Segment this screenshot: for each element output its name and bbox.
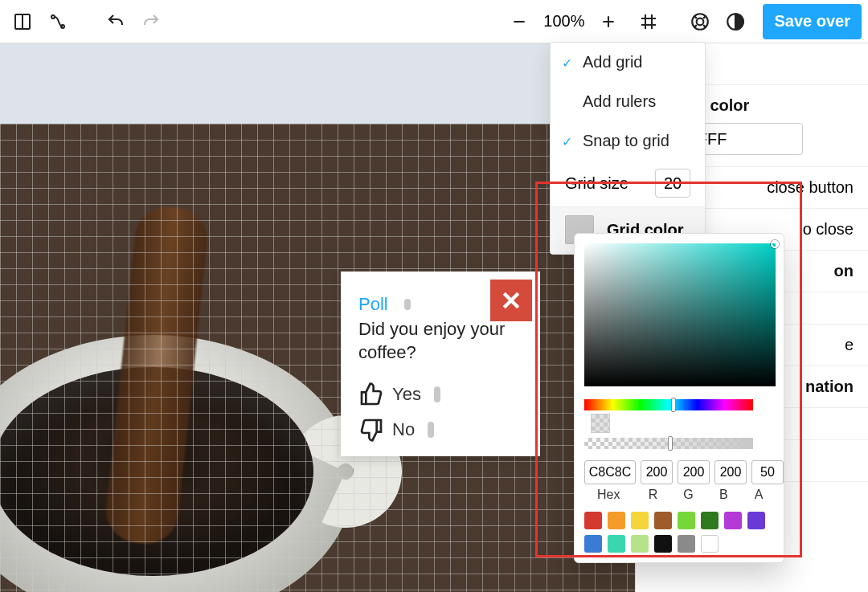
contrast-icon (725, 11, 746, 32)
color-swatch[interactable] (608, 512, 625, 529)
poll-question: Did you enjoy your coffee? (358, 318, 522, 364)
section-e: e (845, 336, 854, 353)
poll-close-button[interactable] (490, 280, 532, 321)
menu-add-grid-label: Add grid (583, 53, 643, 71)
undo-icon (106, 12, 125, 31)
hue-thumb[interactable] (671, 398, 676, 412)
g-label: G (673, 488, 703, 502)
grid-size-label: Grid size (565, 174, 628, 193)
menu-grid-size: Grid size (551, 161, 705, 206)
b-label: B (708, 488, 739, 502)
color-swatch[interactable] (747, 512, 765, 529)
zoom-in-button[interactable] (592, 6, 624, 38)
poll-no-label: No (392, 419, 415, 440)
poll-indicator (404, 299, 411, 310)
saturation-value-area[interactable] (584, 243, 776, 386)
grid-button[interactable] (633, 6, 665, 38)
top-toolbar: 100% Save over (0, 0, 868, 43)
section-nation: nation (805, 378, 854, 395)
to-close-label: o close (803, 220, 854, 238)
grid-menu: ✓ Add grid Add rulers ✓ Snap to grid Gri… (550, 42, 706, 255)
grid-icon (639, 12, 658, 31)
svg-point-4 (697, 18, 704, 25)
save-button[interactable]: Save over (763, 4, 862, 39)
color-swatch[interactable] (654, 535, 672, 553)
hue-slider[interactable] (584, 399, 753, 410)
undo-button[interactable] (100, 6, 132, 38)
svg-point-1 (51, 15, 55, 18)
a-label: A (743, 488, 774, 502)
menu-add-rulers-label: Add rulers (583, 92, 656, 110)
color-swatch[interactable] (584, 535, 602, 553)
zoom-level: 100% (543, 12, 584, 31)
contrast-button[interactable] (719, 6, 751, 38)
color-swatch[interactable] (608, 535, 625, 553)
poll-option-no[interactable]: No (358, 417, 522, 443)
check-icon: ✓ (562, 134, 572, 149)
minus-icon (511, 14, 527, 30)
redo-button[interactable] (135, 6, 167, 38)
thumbs-up-icon (358, 382, 384, 407)
zoom-out-button[interactable] (503, 6, 535, 38)
color-swatch[interactable] (584, 512, 602, 529)
poll-title: Poll (358, 294, 388, 315)
poll-yes-label: Yes (392, 384, 421, 405)
lifebuoy-icon (690, 11, 710, 32)
close-button-label: close button (767, 178, 854, 196)
hex-input[interactable] (584, 460, 636, 484)
thumbs-down-icon (358, 417, 384, 443)
color-picker: Hex R G B A (574, 233, 784, 563)
color-swatch[interactable] (678, 512, 695, 529)
layout-panel-icon (13, 12, 32, 31)
color-swatch[interactable] (701, 512, 719, 529)
color-swatch[interactable] (678, 535, 695, 553)
zoom-controls: 100% (503, 6, 665, 38)
redo-icon (141, 12, 161, 31)
color-swatch[interactable] (724, 512, 742, 529)
layout-panel-button[interactable] (6, 6, 39, 38)
plus-icon (600, 14, 616, 30)
poll-widget[interactable]: Poll Did you enjoy your coffee? Yes No (341, 272, 540, 456)
swatch-row-1 (584, 512, 774, 529)
canvas-stage[interactable]: Poll Did you enjoy your coffee? Yes No (0, 124, 635, 592)
alpha-slider[interactable] (584, 438, 753, 449)
sv-cursor[interactable] (771, 240, 779, 248)
alpha-thumb[interactable] (668, 436, 673, 451)
color-swatch[interactable] (631, 535, 649, 553)
r-input[interactable] (641, 460, 673, 484)
menu-snap-to-grid[interactable]: ✓ Snap to grid (551, 121, 705, 161)
check-icon: ✓ (562, 55, 572, 71)
poll-option-yes[interactable]: Yes (358, 382, 522, 407)
a-input[interactable] (751, 460, 784, 484)
menu-snap-label: Snap to grid (583, 132, 669, 149)
poll-no-bar (428, 422, 434, 438)
hex-label: Hex (584, 488, 633, 502)
g-input[interactable] (678, 460, 710, 484)
r-label: R (638, 488, 669, 502)
help-button[interactable] (684, 6, 716, 38)
swatch-row-2 (584, 535, 774, 553)
b-input[interactable] (714, 460, 747, 484)
color-swatch[interactable] (631, 512, 649, 529)
menu-add-grid[interactable]: ✓ Add grid (551, 43, 705, 82)
section-on: on (834, 262, 854, 280)
grid-size-input[interactable] (655, 169, 690, 198)
menu-add-rulers[interactable]: Add rulers (551, 82, 705, 121)
color-swatch[interactable] (654, 512, 672, 529)
path-icon (48, 12, 68, 31)
close-icon (499, 288, 523, 312)
path-tool-button[interactable] (42, 6, 74, 38)
color-preview (591, 414, 610, 433)
color-swatch[interactable] (701, 535, 719, 553)
poll-yes-bar (434, 386, 440, 402)
